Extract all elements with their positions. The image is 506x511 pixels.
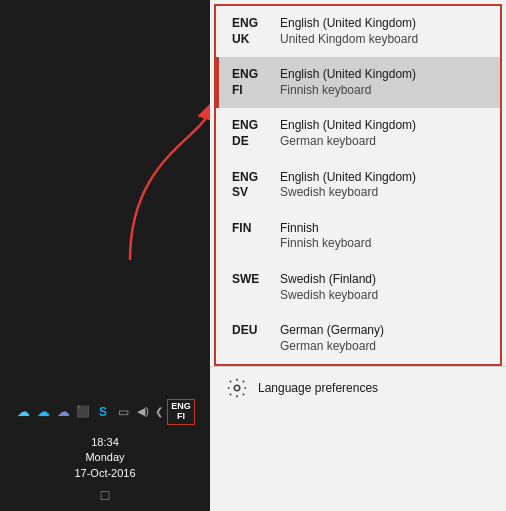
cloud1-icon[interactable]: ☁ (15, 404, 31, 420)
list-item[interactable]: ENG FI English (United Kingdom) Finnish … (216, 57, 500, 108)
list-item[interactable]: ENG UK English (United Kingdom) United K… (216, 6, 500, 57)
lang-description: English (United Kingdom) United Kingdom … (280, 16, 418, 47)
lang-code: ENG UK (232, 16, 270, 47)
date-display: 17-Oct-2016 (74, 466, 135, 481)
language-preferences-button[interactable]: Language preferences (210, 366, 506, 409)
taskbar-bottom: ☁ ☁ ☁ ⬛ S ▭ ◀) ❮ ENG FI 18:34 Monday 17-… (0, 393, 210, 511)
chevron-icon[interactable]: ❮ (155, 406, 163, 417)
menu-items-list: ENG UK English (United Kingdom) United K… (214, 4, 502, 366)
lang-description: Finnish Finnish keyboard (280, 221, 371, 252)
lang-code: ENG SV (232, 170, 270, 201)
taskbar: ☁ ☁ ☁ ⬛ S ▭ ◀) ❮ ENG FI 18:34 Monday 17-… (0, 0, 210, 511)
lang-code: ENG DE (232, 118, 270, 149)
lang-badge-tray[interactable]: ENG FI (167, 399, 195, 425)
list-item[interactable]: DEU German (Germany) German keyboard (216, 313, 500, 364)
popup-menu: ENG UK English (United Kingdom) United K… (210, 0, 506, 511)
list-item[interactable]: SWE Swedish (Finland) Swedish keyboard (216, 262, 500, 313)
lang-description: English (United Kingdom) Swedish keyboar… (280, 170, 416, 201)
day-display: Monday (74, 450, 135, 465)
list-item[interactable]: FIN Finnish Finnish keyboard (216, 211, 500, 262)
lang-code: ENG FI (232, 67, 270, 98)
monitor-icon[interactable]: ▭ (115, 404, 131, 420)
list-item[interactable]: ENG DE English (United Kingdom) German k… (216, 108, 500, 159)
time-block: 18:34 Monday 17-Oct-2016 (74, 431, 135, 483)
cloud2-icon[interactable]: ☁ (35, 404, 51, 420)
lang-code: SWE (232, 272, 270, 303)
skype-icon[interactable]: S (95, 404, 111, 420)
notification-icon[interactable]: □ (101, 483, 109, 511)
lang-description: Swedish (Finland) Swedish keyboard (280, 272, 378, 303)
red-icon[interactable]: ⬛ (75, 404, 91, 420)
lang-description: English (United Kingdom) German keyboard (280, 118, 416, 149)
system-tray: ☁ ☁ ☁ ⬛ S ▭ ◀) ❮ ENG FI (0, 393, 210, 431)
gear-icon (226, 377, 248, 399)
lang-description: English (United Kingdom) Finnish keyboar… (280, 67, 416, 98)
notification-bell-icon: □ (101, 487, 109, 503)
cloud3-icon[interactable]: ☁ (55, 404, 71, 420)
time-display: 18:34 (74, 435, 135, 450)
lang-description: German (Germany) German keyboard (280, 323, 384, 354)
language-preferences-label: Language preferences (258, 381, 378, 395)
list-item[interactable]: ENG SV English (United Kingdom) Swedish … (216, 160, 500, 211)
lang-code: DEU (232, 323, 270, 354)
volume-icon[interactable]: ◀) (135, 404, 151, 420)
svg-point-0 (234, 386, 240, 392)
lang-badge-line2: FI (171, 412, 191, 422)
lang-code: FIN (232, 221, 270, 252)
